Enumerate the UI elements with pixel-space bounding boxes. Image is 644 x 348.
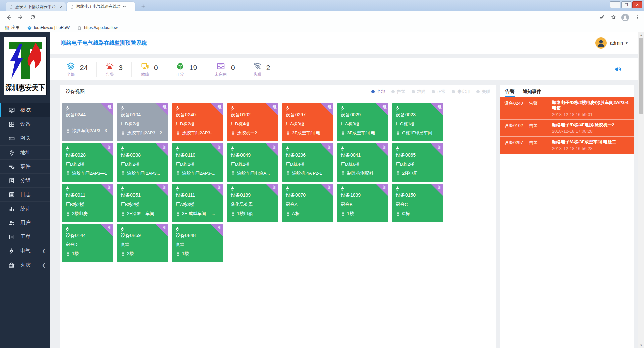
lightning-icon xyxy=(285,106,290,111)
filter-告警[interactable]: 告警 xyxy=(391,89,406,95)
building-icon xyxy=(176,251,180,256)
browser-tab-inactive[interactable]: 惠安天下物联网云平台 xyxy=(6,2,66,11)
device-card-设备1839[interactable]: 组 设备1839 宿舍B 1楼 xyxy=(337,184,388,222)
device-card-设备0049[interactable]: 组 设备0049 厂D栋2楼 涂胶车间电箱A... xyxy=(227,143,278,182)
device-card-设备0150[interactable]: 组 设备0150 宿舍C C栋 xyxy=(392,184,443,222)
tab-close-icon[interactable] xyxy=(128,5,132,8)
bookmark-loraflow[interactable]: loraFlow.io | LoRaW xyxy=(27,25,70,30)
filter-失联[interactable]: 失联 xyxy=(476,89,490,95)
window-close-button[interactable]: ✕ xyxy=(632,1,642,8)
device-card-设备0011[interactable]: 组 设备0011 厂B栋2楼 2楼电房 xyxy=(62,184,113,222)
menu-icon xyxy=(8,262,15,269)
device-card-设备0144[interactable]: 组 设备0144 宿舍D 1楼 xyxy=(62,224,113,262)
new-tab-button[interactable] xyxy=(139,3,147,9)
window-maximize-button[interactable]: ❐ xyxy=(621,1,631,8)
device-card-设备0029[interactable]: 组 设备0029 厂A栋3楼 3F成型车间 电... xyxy=(337,103,388,141)
building-icon xyxy=(341,211,345,216)
filter-未启用[interactable]: 未启用 xyxy=(452,89,470,95)
sidebar-item-电气[interactable]: 电气 ❮ xyxy=(0,244,50,258)
device-name: 设备0848 xyxy=(176,233,196,239)
sidebar-item-网关[interactable]: 网关 xyxy=(0,131,50,146)
device-card-设备0297[interactable]: 组 设备0297 厂A栋3楼 3F成型车间 电... xyxy=(282,103,333,141)
bookmark-app-loraflow[interactable]: https://app.loraflow xyxy=(77,25,118,30)
user-menu[interactable]: admin ▼ xyxy=(595,32,628,54)
device-card-设备0070[interactable]: 组 设备0070 宿舍A A栋 xyxy=(282,184,333,222)
sound-toggle-icon[interactable] xyxy=(613,65,622,74)
sidebar-item-火灾[interactable]: 火灾 ❮ xyxy=(0,258,50,272)
tab-audio-icon[interactable] xyxy=(122,4,126,9)
device-card-设备0848[interactable]: 组 设备0848 食堂 1楼 xyxy=(172,224,223,262)
stat-正常: 正常 19 xyxy=(167,62,206,77)
lightning-icon xyxy=(340,106,345,111)
device-sublocation: 2楼电房 xyxy=(66,211,111,217)
building-icon xyxy=(66,211,70,216)
filter-全部[interactable]: 全部 xyxy=(371,89,385,95)
browser-profile-avatar[interactable] xyxy=(621,14,629,21)
device-card-设备0051[interactable]: 组 设备0051 厂B栋2楼 2F涂覆二车间 xyxy=(117,184,168,222)
scroll-down-arrow[interactable]: ▼ xyxy=(638,343,644,348)
alarm-tab-告警[interactable]: 告警 xyxy=(505,89,515,97)
device-card-设备0244[interactable]: 组 设备0244 涂胶车间2AP3—3 xyxy=(62,103,113,141)
browser-tab-active[interactable]: 顺络电子电气线路在线监测预 xyxy=(67,2,135,11)
device-sublocation: 涂胶车间 2AP3... xyxy=(121,170,166,176)
sidebar-item-用户[interactable]: 用户 xyxy=(0,216,50,230)
alarm-tab-通知事件[interactable]: 通知事件 xyxy=(523,89,541,97)
scrollbar-thumb[interactable] xyxy=(639,38,643,114)
sidebar-item-设备[interactable]: 设备 xyxy=(0,117,50,131)
sidebar-item-事件[interactable]: 事件 xyxy=(0,160,50,174)
forward-icon[interactable] xyxy=(17,14,24,21)
sidebar-item-日志[interactable]: 日志 xyxy=(0,188,50,202)
refresh-icon[interactable] xyxy=(30,14,36,21)
device-card-设备0038[interactable]: 组 设备0038 厂D栋2楼 涂胶车间 2AP3... xyxy=(117,143,168,182)
main-content: 顺络电子电气线路在线监测预警系统 admin ▼ 全部 24 告警 3 故障 0… xyxy=(50,32,644,348)
device-card-设备0102[interactable]: 组 设备0102 厂D栋4楼 涂胶机一2 xyxy=(227,103,278,141)
device-card-设备0110[interactable]: 组 设备0110 厂D栋2楼 涂胶车间2AP3-... xyxy=(172,143,223,182)
avatar[interactable] xyxy=(595,37,607,49)
window-minimize-button[interactable]: — xyxy=(610,1,620,8)
device-card-设备0104[interactable]: 组 设备0104 厂D栋2楼 涂胶车间2AP3—2 xyxy=(117,103,168,141)
device-card-设备0189[interactable]: 组 设备0189 危化品仓库 1楼电箱 xyxy=(227,184,278,222)
bookmark-star-icon[interactable] xyxy=(610,14,616,20)
device-card-设备0041[interactable]: 组 设备0041 厂D栋6楼 制浆检测配料 xyxy=(337,143,388,182)
bookmark-label: 应用 xyxy=(11,25,19,31)
browser-menu-icon[interactable] xyxy=(635,14,641,20)
device-card-设备0859[interactable]: 组 设备0859 食堂 2楼 xyxy=(117,224,168,262)
device-card-设备0111[interactable]: 组 设备0111 厂A栋3楼 3F 成型车间 二... xyxy=(172,184,223,222)
sidebar-item-地址[interactable]: 地址 xyxy=(0,146,50,160)
device-sublocation-text: 涂胶机 4A P2-1 xyxy=(292,170,322,176)
tab-close-icon[interactable] xyxy=(59,5,63,9)
alarm-event-设备0240[interactable]: 设备0240 告警 顺络电子/D栋/2楼电房/涂胶车间2AP3-4电箱 2018… xyxy=(500,97,634,119)
device-card-设备0023[interactable]: 组 设备0023 厂C栋1楼 C栋1F球磨车间... xyxy=(392,103,443,141)
company-logo: 深圳惠安天下 xyxy=(4,37,47,95)
alarm-path: 顺络电子/D栋/2楼电房/涂胶车间2AP3-4电箱 xyxy=(552,100,630,111)
filter-故障[interactable]: 故障 xyxy=(412,89,426,95)
stat-left: 失联 xyxy=(253,62,262,77)
device-card-设备0240[interactable]: 组 设备0240 厂D栋2楼 涂胶车间2AP3-... xyxy=(172,103,223,141)
device-sublocation-text: 涂胶机一2 xyxy=(237,130,257,136)
alarm-event-设备0297[interactable]: 设备0297 告警 顺络电子/A栋/3F成型车间 电源二 2018-12-18 … xyxy=(500,136,634,154)
scroll-up-arrow[interactable]: ▲ xyxy=(638,32,644,38)
filter-正常[interactable]: 正常 xyxy=(432,89,446,95)
stat-告警: 告警 3 xyxy=(96,62,131,77)
filter-label: 全部 xyxy=(377,89,385,95)
stat-value: 19 xyxy=(189,62,197,72)
device-card-设备0065[interactable]: 组 设备0065 厂B栋2楼 2楼电房 xyxy=(392,143,443,182)
back-icon[interactable] xyxy=(5,14,12,21)
page-scrollbar[interactable]: ▲ ▼ xyxy=(638,32,644,348)
device-sublocation-text: 涂胶车间 2AP3... xyxy=(127,170,160,176)
sidebar-menu: 概览 设备 网关 地址 事件 分组 日志 统计 用户 工单 xyxy=(0,103,50,272)
alarm-event-设备0102[interactable]: 设备0102 告警 顺络电子/D栋/4F电房/涂胶机一2 2018-12-18 … xyxy=(500,119,634,136)
filter-label: 故障 xyxy=(417,89,426,95)
sidebar-item-概览[interactable]: 概览 xyxy=(0,103,50,117)
device-card-设备0296[interactable]: 组 设备0296 厂D栋4楼 涂胶机 4A P2-1 xyxy=(282,143,333,182)
device-card-设备0028[interactable]: 组 设备0028 厂D栋2楼 涂胶车间2AP3—1 xyxy=(62,143,113,182)
sidebar-item-统计[interactable]: 统计 xyxy=(0,202,50,216)
group-badge-label: 组 xyxy=(273,185,277,190)
device-name: 设备0029 xyxy=(341,112,361,118)
sidebar-item-分组[interactable]: 分组 xyxy=(0,174,50,188)
lightning-icon xyxy=(120,226,125,232)
sidebar-item-工单[interactable]: 工单 xyxy=(0,230,50,244)
key-icon[interactable] xyxy=(599,14,605,20)
bookmark-apps[interactable]: 应用 xyxy=(5,25,19,31)
sidebar-item-label: 地址 xyxy=(20,149,31,156)
